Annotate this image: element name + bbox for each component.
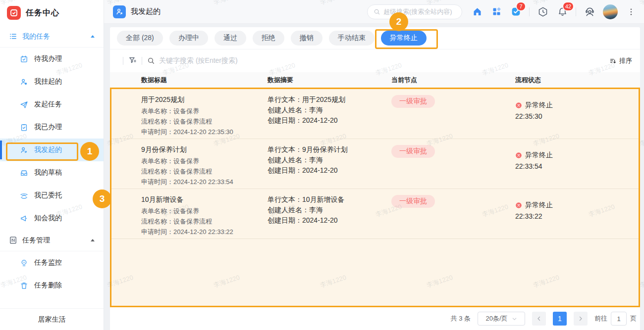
row-summary-creator: 创建人姓名：李海: [268, 155, 391, 165]
trash-icon: [20, 282, 28, 290]
home-icon[interactable]: [471, 6, 483, 18]
row-apply-time: 申请时间：2024-12-20 22:33:22: [141, 227, 268, 237]
status-text: 异常终止: [525, 151, 553, 160]
next-page-button[interactable]: [574, 312, 588, 326]
doc-settings-icon: [9, 236, 17, 244]
paper-plane-icon: [20, 100, 28, 109]
clipboard-check-icon: [20, 123, 28, 132]
row-summary-text: 单行文本：用于2025规划: [268, 94, 391, 105]
tab-manually-ended[interactable]: 手动结束: [329, 31, 375, 46]
drafts-inbox-icon: [20, 169, 28, 177]
tab-abnormal-termination[interactable]: 异常终止: [381, 31, 427, 46]
sidebar-item-label: 任务删除: [34, 281, 62, 290]
error-circle-icon: [515, 102, 522, 109]
sidebar-item-task-delete[interactable]: 任务删除: [0, 274, 104, 297]
app-window: 任务中心 我的任务 待我办理 我挂起的 发起任务 我已办理: [0, 0, 644, 330]
keyword-search-input[interactable]: 关键字搜索 (按Enter搜索): [147, 56, 238, 65]
super-search-input[interactable]: 超级搜索(搜索全站内容): [367, 4, 462, 19]
tab-all[interactable]: 全部 (28): [117, 31, 163, 46]
sidebar-item-drafts[interactable]: 我的草稿: [0, 161, 104, 184]
divider: [576, 7, 576, 16]
footer-label: 居家生活: [38, 315, 66, 324]
row-flow-name: 流程名称：设备保养流程: [141, 216, 268, 227]
tab-revoked[interactable]: 撤销: [291, 31, 322, 46]
sidebar-item-handled[interactable]: 我已办理: [0, 116, 104, 139]
sidebar-item-suspended[interactable]: 我挂起的: [0, 70, 104, 93]
main-area: 我发起的 超级搜索(搜索全站内容) 7: [104, 0, 644, 330]
sidebar-item-cc-to-me[interactable]: 知会我的: [0, 207, 104, 230]
row-form-name: 表单名称：设备保养: [141, 106, 268, 116]
sidebar-item-delegated[interactable]: 我已委托: [0, 184, 104, 207]
page-title: 我发起的: [131, 7, 161, 16]
topbar: 我发起的 超级搜索(搜索全站内容) 7: [104, 0, 644, 24]
divider: [142, 57, 142, 65]
tab-rejected[interactable]: 拒绝: [253, 31, 284, 46]
page-size-value: 20条/页: [485, 314, 507, 323]
sort-button[interactable]: 排序: [609, 56, 632, 65]
sidebar-item-label: 知会我的: [34, 214, 62, 223]
row-apply-time: 申请时间：2024-12-20 22:35:30: [141, 127, 268, 137]
sidebar-item-label: 我挂起的: [34, 77, 62, 86]
sidebar-item-todo[interactable]: 待我办理: [0, 47, 104, 70]
support-headset-icon[interactable]: [584, 6, 595, 18]
sidebar-item-label: 我的草稿: [34, 168, 62, 177]
col-data-summary: 数据摘要: [268, 76, 391, 85]
row-summary-date: 创建日期：2024-12-20: [268, 115, 391, 126]
table-row[interactable]: 10月新增设备 表单名称：设备保养 流程名称：设备保养流程 申请时间：2024-…: [111, 189, 639, 239]
sidebar-item-label: 发起任务: [34, 100, 62, 109]
current-node-badge: 一级审批: [391, 145, 435, 158]
sidebar-item-label: 我已委托: [34, 191, 62, 200]
sidebar-group-label: 我的任务: [22, 32, 50, 41]
calendar-icon: [20, 55, 28, 63]
sidebar-group-task-management[interactable]: 任务管理: [0, 230, 104, 251]
row-summary-creator: 创建人姓名：李海: [268, 105, 391, 115]
current-node-badge: 一级审批: [391, 95, 435, 108]
row-summary-text: 单行文本：9月份保养计划: [268, 144, 391, 155]
table-row[interactable]: 用于2025规划 表单名称：设备保养 流程名称：设备保养流程 申请时间：2024…: [111, 89, 639, 139]
table-body: 用于2025规划 表单名称：设备保养 流程名称：设备保养流程 申请时间：2024…: [110, 88, 640, 307]
error-circle-icon: [515, 202, 522, 209]
total-count: 共 3 条: [451, 314, 471, 323]
divider: [123, 57, 123, 65]
error-circle-icon: [515, 152, 522, 159]
user-avatar[interactable]: [603, 4, 618, 19]
todo-check-icon[interactable]: 7: [510, 6, 522, 18]
col-data-title: 数据标题: [141, 76, 268, 85]
more-menu-icon[interactable]: [625, 6, 637, 18]
page-person-icon: [113, 5, 126, 18]
filter-funnel-icon[interactable]: [128, 56, 137, 66]
row-title: 10月新增设备: [141, 194, 268, 204]
sidebar-footer-home-life[interactable]: 居家生活: [0, 308, 104, 330]
sidebar-item-my-initiated[interactable]: 我发起的: [0, 139, 104, 161]
sidebar-group-my-tasks[interactable]: 我的任务: [0, 26, 104, 47]
bell-icon[interactable]: 42: [556, 6, 568, 18]
row-title: 用于2025规划: [141, 94, 268, 104]
page-size-select[interactable]: 20条/页: [478, 312, 525, 326]
tab-approved[interactable]: 通过: [215, 31, 246, 46]
page-number-button[interactable]: 1: [553, 312, 567, 326]
row-form-name: 表单名称：设备保养: [141, 156, 268, 166]
notification-count-badge: 42: [563, 2, 573, 10]
row-summary-date: 创建日期：2024-12-20: [268, 215, 391, 226]
table-row[interactable]: 9月份保养计划 表单名称：设备保养 流程名称：设备保养流程 申请时间：2024-…: [111, 139, 639, 189]
status-time: 22:33:54: [515, 162, 639, 170]
tab-in-progress[interactable]: 办理中: [169, 31, 208, 46]
goto-page-input[interactable]: [611, 312, 627, 326]
sidebar-item-initiate-task[interactable]: 发起任务: [0, 93, 104, 116]
sidebar-item-label: 待我办理: [34, 54, 62, 63]
chevron-down-icon: [512, 316, 517, 322]
delegate-hand-icon: [20, 191, 28, 200]
apps-grid-icon[interactable]: [490, 6, 502, 18]
content-card: 全部 (28) 办理中 通过 拒绝 撤销 手动结束 异常终止: [110, 27, 640, 330]
topbar-icons: 7 42: [471, 4, 637, 19]
list-icon: [9, 32, 17, 41]
sidebar-menu: 我的任务 待我办理 我挂起的 发起任务 我已办理 我发起的: [0, 26, 104, 308]
search-icon: [147, 57, 155, 65]
keyword-search-placeholder: 关键字搜索 (按Enter搜索): [159, 56, 238, 65]
hexagon-clock-icon[interactable]: [537, 6, 549, 18]
prev-page-button[interactable]: [532, 312, 546, 326]
sidebar-item-task-monitor[interactable]: 任务监控: [0, 251, 104, 274]
sort-icon: [609, 57, 617, 65]
content-area: 全部 (28) 办理中 通过 拒绝 撤销 手动结束 异常终止: [104, 24, 644, 330]
search-icon: [374, 8, 380, 15]
